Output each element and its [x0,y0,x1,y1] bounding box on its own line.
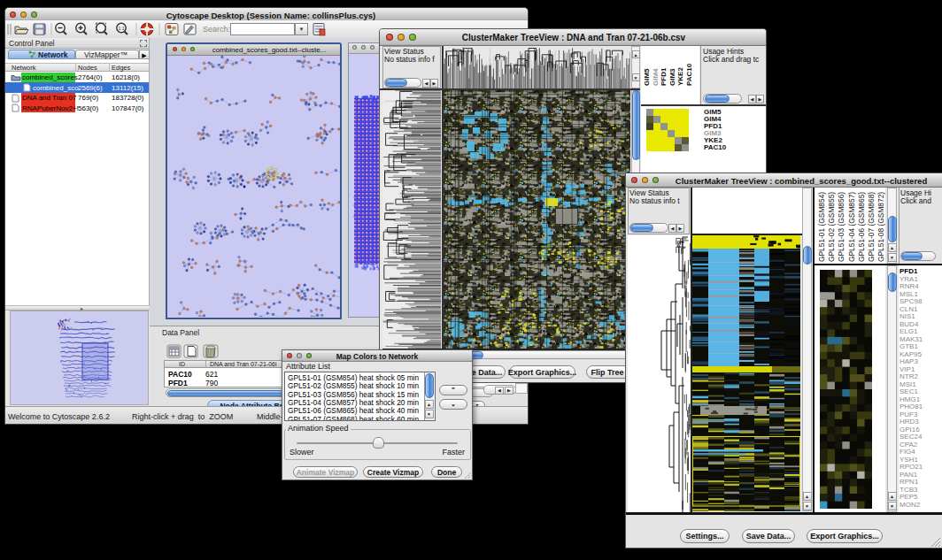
svg-text:1:1: 1:1 [119,26,125,31]
